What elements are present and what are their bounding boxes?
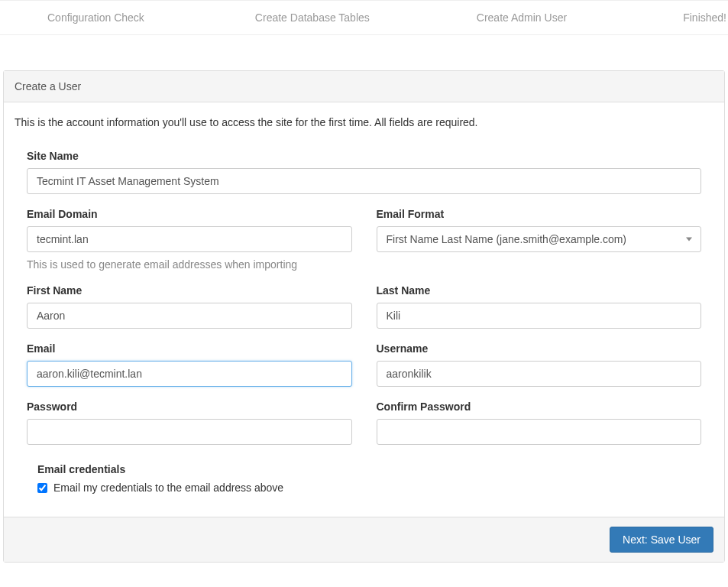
panel-intro: This is the account information you'll u…	[15, 116, 713, 128]
step-finished[interactable]: Finished!	[683, 11, 728, 24]
email-domain-input[interactable]	[27, 226, 352, 252]
wizard-steps: Configuration Check Create Database Tabl…	[0, 0, 728, 35]
step-create-tables[interactable]: Create Database Tables	[255, 11, 370, 24]
password-label: Password	[27, 401, 352, 413]
confirm-password-label: Confirm Password	[377, 401, 702, 413]
step-create-admin[interactable]: Create Admin User	[477, 11, 567, 24]
username-label: Username	[377, 342, 702, 355]
step-config-check[interactable]: Configuration Check	[47, 11, 144, 24]
create-user-panel: Create a User This is the account inform…	[3, 70, 725, 563]
first-name-input[interactable]	[27, 303, 352, 329]
site-name-input[interactable]	[27, 168, 701, 194]
username-input[interactable]	[377, 361, 702, 387]
email-credentials-checkbox[interactable]	[37, 483, 47, 493]
last-name-input[interactable]	[377, 303, 702, 329]
next-save-user-button[interactable]: Next: Save User	[610, 527, 713, 553]
email-domain-help: This is used to generate email addresses…	[27, 258, 352, 271]
email-label: Email	[27, 342, 352, 355]
panel-title: Create a User	[4, 71, 724, 102]
email-format-select[interactable]	[377, 226, 702, 252]
email-credentials-heading: Email credentials	[37, 463, 701, 475]
confirm-password-input[interactable]	[377, 419, 702, 445]
email-domain-label: Email Domain	[27, 208, 352, 220]
site-name-label: Site Name	[27, 150, 701, 162]
email-input[interactable]	[27, 361, 352, 387]
email-format-label: Email Format	[377, 208, 702, 220]
last-name-label: Last Name	[377, 284, 702, 297]
password-input[interactable]	[27, 419, 352, 445]
email-credentials-label: Email my credentials to the email addres…	[53, 482, 283, 494]
first-name-label: First Name	[27, 284, 352, 297]
